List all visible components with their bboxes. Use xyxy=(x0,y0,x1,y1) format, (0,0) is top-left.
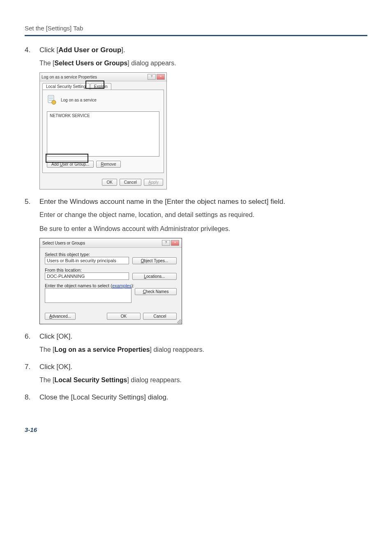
list-item[interactable]: NETWORK SERVICE xyxy=(50,113,157,118)
page-header: Set the [Settings] Tab xyxy=(25,25,367,35)
accounts-listbox[interactable]: NETWORK SERVICE xyxy=(47,111,159,157)
step-number: 4. xyxy=(25,46,35,54)
policy-name: Log on as a service xyxy=(61,98,97,102)
enter-object-names-label: Enter the object names to select (exampl… xyxy=(45,283,177,288)
text: heck Names xyxy=(146,289,169,294)
text: The [ xyxy=(39,376,54,383)
svg-rect-1 xyxy=(49,97,53,97)
step-body-text: Be sure to enter a Windows account with … xyxy=(39,224,367,234)
step-title: Enter the Windows account name in the [E… xyxy=(39,198,285,206)
policy-icon xyxy=(47,94,57,106)
step-5: 5. Enter the Windows account name in the… xyxy=(25,198,367,324)
text: ] dialog reappears. xyxy=(127,376,182,383)
object-types-button[interactable]: Object Types... xyxy=(132,257,177,264)
check-names-button[interactable]: Check Names xyxy=(135,288,177,295)
text: ): xyxy=(131,283,134,288)
text: The [ xyxy=(39,60,54,67)
ok-button[interactable]: OK xyxy=(102,179,117,186)
step-title: Click [OK]. xyxy=(39,363,72,371)
text: rom this location: xyxy=(48,268,82,272)
text: ] dialog reappears. xyxy=(150,346,205,353)
text-bold: Select Users or Groups xyxy=(54,60,127,67)
text-bold: Log on as a service Properties xyxy=(54,346,150,353)
from-location-field: DOC-PLANNNING xyxy=(45,272,129,280)
object-names-input[interactable] xyxy=(45,288,131,303)
text: xplain xyxy=(97,84,107,89)
text: ser or Group... xyxy=(63,162,89,166)
tab-explain[interactable]: Explain xyxy=(90,83,111,90)
select-users-dialog: Select Users or Groups ? × Select this o… xyxy=(39,238,182,324)
mnemonic: U xyxy=(60,162,63,166)
object-type-field: Users or Built-in security principals xyxy=(45,257,129,264)
text: pply xyxy=(151,180,159,185)
step-8: 8. Close the [Local Security Settings] d… xyxy=(25,393,367,402)
text: bject Types... xyxy=(144,259,168,263)
resize-grip-icon[interactable] xyxy=(177,319,181,323)
page-number: 3-16 xyxy=(25,410,367,433)
step-number: 6. xyxy=(25,332,35,341)
from-location-label: From this location: xyxy=(45,268,177,272)
text-bold: Add User or Group xyxy=(58,46,121,54)
dialog-titlebar: Log on as a service Properties ? × xyxy=(40,73,166,81)
step-number: 7. xyxy=(25,363,35,371)
properties-dialog: Log on as a service Properties ? × Local… xyxy=(39,72,167,189)
step-number: 8. xyxy=(25,393,35,402)
tab-local-security-setting[interactable]: Local Security Setting xyxy=(42,83,90,90)
mnemonic: O xyxy=(141,259,144,263)
mnemonic: A xyxy=(49,314,52,319)
dialog-title: Select Users or Groups xyxy=(42,241,85,245)
advanced-button[interactable]: Advanced... xyxy=(45,313,76,320)
step-body-text: Enter or change the object name, locatio… xyxy=(39,210,367,220)
svg-rect-3 xyxy=(49,100,53,101)
step-7: 7. Click [OK]. The [Local Security Setti… xyxy=(25,363,367,385)
text: dvanced... xyxy=(52,314,71,319)
text: emove xyxy=(104,162,116,166)
step-6: 6. Click [OK]. The [Log on as a service … xyxy=(25,332,367,355)
mnemonic: A xyxy=(148,180,151,185)
text: ocations... xyxy=(146,274,165,279)
step-4: 4. Click [Add User or Group]. The [Selec… xyxy=(25,46,367,189)
svg-rect-2 xyxy=(49,98,53,99)
close-window-button[interactable]: × xyxy=(171,240,179,246)
text: ]. xyxy=(121,46,125,54)
examples-link[interactable]: examples xyxy=(112,283,131,288)
header-rule xyxy=(25,35,367,36)
step-title: Click [OK]. xyxy=(39,332,72,341)
mnemonic: F xyxy=(45,268,48,272)
help-window-button[interactable]: ? xyxy=(148,74,156,80)
text: elect this object type: xyxy=(48,252,90,257)
text: ] dialog appears. xyxy=(127,60,176,67)
mnemonic: C xyxy=(143,289,146,294)
object-type-label: Select this object type: xyxy=(45,252,177,257)
step-title: Close the [Local Security Settings] dial… xyxy=(39,393,168,402)
locations-button[interactable]: Locations... xyxy=(132,273,177,280)
text: Click [ xyxy=(39,46,58,54)
step-number: 5. xyxy=(25,198,35,206)
cancel-button[interactable]: Cancel xyxy=(120,179,141,186)
text: Add xyxy=(51,162,60,166)
ok-button[interactable]: OK xyxy=(107,313,141,320)
svg-point-4 xyxy=(52,100,56,104)
help-window-button[interactable]: ? xyxy=(162,240,170,246)
add-user-or-group-button[interactable]: Add User or Group... xyxy=(47,161,94,168)
dialog-title: Log on as a service Properties xyxy=(42,75,97,79)
mnemonic: R xyxy=(101,162,104,166)
text-bold: Local Security Settings xyxy=(54,376,127,383)
text: The [ xyxy=(39,346,54,353)
dialog-titlebar: Select Users or Groups ? × xyxy=(40,238,182,248)
remove-button[interactable]: Remove xyxy=(96,161,120,168)
cancel-button[interactable]: Cancel xyxy=(143,313,177,320)
text: nter the object names to select ( xyxy=(48,283,112,288)
apply-button[interactable]: Apply xyxy=(144,179,163,186)
step-title: Click [Add User or Group]. xyxy=(39,46,125,54)
close-window-button[interactable]: × xyxy=(157,74,165,80)
